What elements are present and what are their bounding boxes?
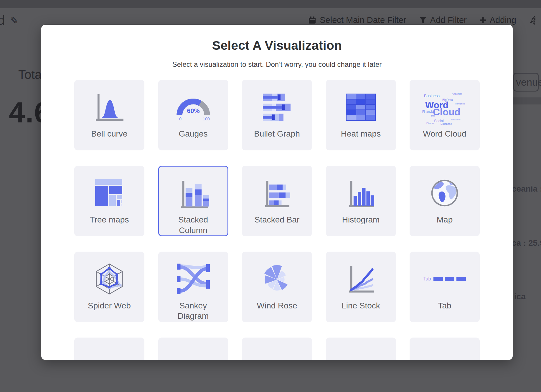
viz-card-wind-rose[interactable]: Wind Rose bbox=[242, 252, 312, 322]
viz-card-line-stock[interactable]: Line Stock bbox=[326, 252, 396, 322]
bullet-graph-icon bbox=[242, 88, 312, 126]
viz-card-label: Line Stock bbox=[342, 300, 380, 311]
select-visualization-modal: Select A Visualization Select a visualiz… bbox=[41, 25, 513, 360]
viz-card-stacked-bar[interactable]: Stacked Bar bbox=[242, 166, 312, 236]
sankey-diagram-icon bbox=[158, 260, 228, 298]
app-root: d ✎ Select Main Date Filter Add Filter bbox=[0, 0, 541, 392]
viz-card-label: Bell curve bbox=[91, 129, 128, 139]
viz-card-heat-maps[interactable]: Heat maps bbox=[326, 80, 396, 150]
svg-text:60%: 60% bbox=[187, 107, 199, 114]
viz-card-sankey-diagram[interactable]: Sankey Diagram bbox=[158, 252, 228, 322]
viz-card-partial[interactable] bbox=[74, 338, 144, 360]
viz-card-partial[interactable] bbox=[158, 338, 228, 360]
svg-text:100: 100 bbox=[203, 117, 210, 121]
viz-card-partial[interactable] bbox=[326, 338, 396, 360]
globe-map-icon bbox=[410, 174, 480, 212]
tab-icon: Tab bbox=[410, 260, 480, 298]
viz-card-stacked-column[interactable]: Stacked Column bbox=[158, 166, 228, 236]
heat-map-icon bbox=[326, 88, 396, 126]
bell-curve-icon bbox=[74, 88, 144, 126]
visualization-grid: Bell curve 60% 0 100 Gauges bbox=[74, 80, 480, 360]
viz-card-gauges[interactable]: 60% 0 100 Gauges bbox=[158, 80, 228, 150]
viz-card-label: Tree maps bbox=[90, 215, 129, 225]
viz-card-bell-curve[interactable]: Bell curve bbox=[74, 80, 144, 150]
tree-map-icon bbox=[74, 174, 144, 212]
viz-card-tree-maps[interactable]: Tree maps bbox=[74, 166, 144, 236]
viz-card-label: Map bbox=[437, 215, 453, 225]
viz-card-bullet-graph[interactable]: Bullet Graph bbox=[242, 80, 312, 150]
viz-card-label: Wind Rose bbox=[257, 300, 297, 311]
viz-card-label: Gauges bbox=[179, 129, 207, 139]
viz-card-word-cloud[interactable]: Business Analytics BigData Word Marketin… bbox=[410, 80, 480, 150]
viz-card-label: Heat maps bbox=[341, 129, 381, 139]
viz-card-tab[interactable]: Tab Tab bbox=[410, 252, 480, 322]
viz-card-label: Tab bbox=[438, 300, 451, 311]
viz-card-map[interactable]: Map bbox=[410, 166, 480, 236]
word-cloud-icon: Business Analytics BigData Word Marketin… bbox=[410, 88, 480, 126]
viz-card-label: Spider Web bbox=[88, 300, 131, 311]
viz-card-label: Stacked Column bbox=[167, 215, 220, 235]
viz-card-histogram[interactable]: Histogram bbox=[326, 166, 396, 236]
gauge-icon: 60% 0 100 bbox=[158, 88, 228, 126]
viz-card-label: Word Cloud bbox=[423, 129, 466, 139]
viz-card-label: Bullet Graph bbox=[254, 129, 300, 139]
wind-rose-icon bbox=[242, 260, 312, 298]
viz-card-spider-web[interactable]: Spider Web bbox=[74, 252, 144, 322]
modal-subtitle: Select a visualization to start. Don’t w… bbox=[41, 60, 513, 69]
stacked-bar-icon bbox=[242, 174, 312, 212]
modal-title: Select A Visualization bbox=[41, 38, 513, 53]
stacked-column-icon bbox=[159, 175, 227, 212]
spider-web-icon bbox=[74, 260, 144, 298]
viz-card-partial[interactable] bbox=[242, 338, 312, 360]
viz-card-label: Sankey Diagram bbox=[167, 300, 220, 321]
viz-card-label: Histogram bbox=[342, 215, 380, 225]
line-stock-icon bbox=[326, 260, 396, 298]
viz-card-label: Stacked Bar bbox=[255, 215, 300, 225]
svg-text:0: 0 bbox=[179, 117, 182, 121]
viz-card-partial[interactable] bbox=[410, 338, 480, 360]
histogram-icon bbox=[326, 174, 396, 212]
